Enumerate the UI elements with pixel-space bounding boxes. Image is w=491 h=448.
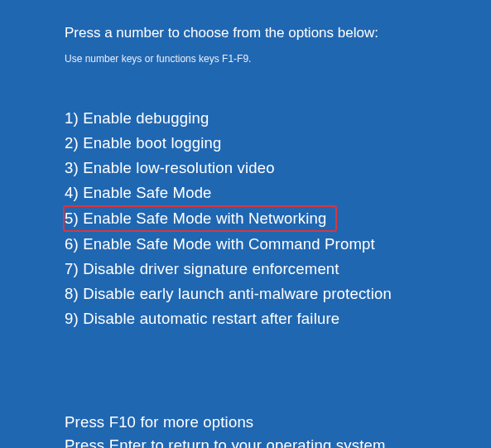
instruction-subheading: Use number keys or functions keys F1-F9. [65, 53, 491, 65]
instruction-heading: Press a number to choose from the option… [65, 25, 491, 41]
option-8-disable-early-launch-anti-malware-protection[interactable]: 8) Disable early launch anti-malware pro… [65, 282, 491, 306]
option-7-disable-driver-signature-enforcement[interactable]: 7) Disable driver signature enforcement [65, 257, 491, 282]
option-3-enable-low-resolution-video[interactable]: 3) Enable low-resolution video [65, 156, 491, 181]
footer-more-options: Press F10 for more options [65, 411, 491, 434]
option-5-enable-safe-mode-with-networking[interactable]: 5) Enable Safe Mode with Networking [63, 205, 337, 232]
option-4-enable-safe-mode[interactable]: 4) Enable Safe Mode [65, 181, 491, 205]
footer-return-os: Press Enter to return to your operating … [65, 434, 491, 448]
startup-options-list: 1) Enable debugging 2) Enable boot loggi… [65, 106, 491, 331]
option-6-enable-safe-mode-with-command-prompt[interactable]: 6) Enable Safe Mode with Command Prompt [65, 232, 491, 257]
option-1-enable-debugging[interactable]: 1) Enable debugging [65, 106, 491, 131]
option-9-disable-automatic-restart-after-failure[interactable]: 9) Disable automatic restart after failu… [65, 306, 491, 331]
footer-instructions: Press F10 for more options Press Enter t… [65, 411, 491, 448]
option-2-enable-boot-logging[interactable]: 2) Enable boot logging [65, 131, 491, 156]
